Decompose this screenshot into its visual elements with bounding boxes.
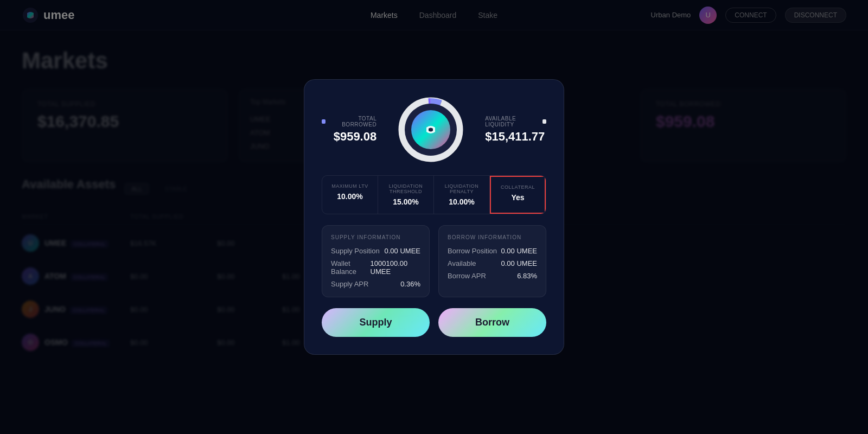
modal-overlay[interactable]: TOTAL BORROWED $959.08 — [0, 0, 868, 434]
borrow-position-row: Borrow Position 0.00 UMEE — [448, 247, 537, 255]
metric-liq-threshold: LIQUIDATION THRESHOLD 15.00% — [378, 176, 434, 214]
supply-info-panel: SUPPLY INFORMATION Supply Position 0.00 … — [322, 225, 430, 297]
supply-position-row: Supply Position 0.00 UMEE — [331, 247, 420, 255]
metric-liq-penalty: LIQUIDATION PENALTY 10.00% — [434, 176, 490, 214]
borrow-apr-row: Borrow APR 6.83% — [448, 272, 537, 280]
available-liquidity-chart-label: AVAILABLE LIQUIDITY $15,411.77 — [485, 116, 546, 144]
chart-borrowed-value: $959.08 — [322, 130, 376, 144]
chart-liquidity-value: $15,411.77 — [485, 130, 546, 144]
donut-inner — [405, 104, 457, 156]
supply-info-title: SUPPLY INFORMATION — [331, 234, 420, 240]
wallet-balance-row: Wallet Balance 1000100.00 UMEE — [331, 259, 420, 276]
modal-dialog: TOTAL BORROWED $959.08 — [304, 79, 564, 355]
donut-chart — [398, 97, 463, 162]
metric-max-ltv: MAXIMUM LTV 10.00% — [322, 176, 378, 214]
info-panels: SUPPLY INFORMATION Supply Position 0.00 … — [322, 225, 546, 297]
umee-logo-donut — [420, 119, 442, 141]
borrow-info-panel: BORROW INFORMATION Borrow Position 0.00 … — [438, 225, 546, 297]
borrow-available-row: Available 0.00 UMEE — [448, 259, 537, 267]
supply-button[interactable]: Supply — [322, 308, 430, 337]
total-borrowed-chart-label: TOTAL BORROWED $959.08 — [322, 116, 376, 144]
modal-chart-area: TOTAL BORROWED $959.08 — [322, 97, 546, 162]
umee-donut-logo — [411, 110, 450, 149]
supply-apr-row: Supply APR 0.36% — [331, 280, 420, 288]
borrowed-dot — [322, 119, 326, 124]
action-buttons: Supply Borrow — [322, 308, 546, 337]
borrow-info-title: BORROW INFORMATION — [448, 234, 537, 240]
borrow-button[interactable]: Borrow — [438, 308, 546, 337]
metric-collateral: COLLATERAL Yes — [490, 176, 546, 214]
liquidity-dot — [542, 119, 546, 124]
modal-metrics: MAXIMUM LTV 10.00% LIQUIDATION THRESHOLD… — [322, 175, 546, 214]
